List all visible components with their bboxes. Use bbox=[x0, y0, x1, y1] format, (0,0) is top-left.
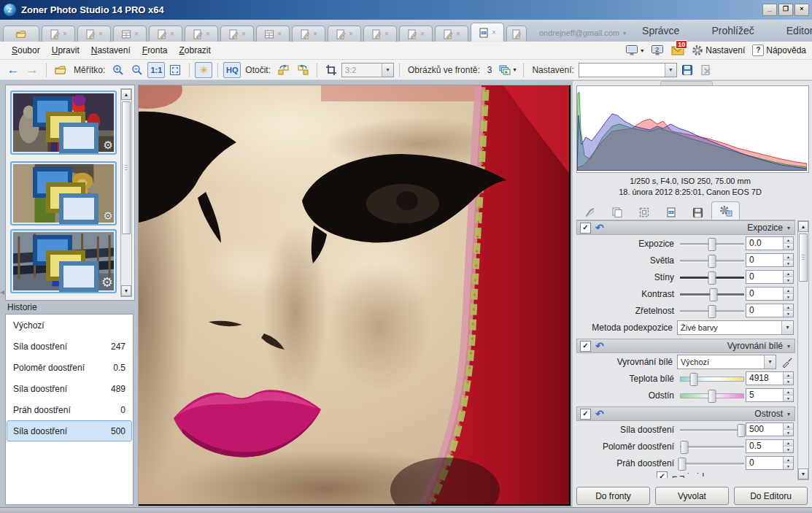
spin-up-icon[interactable]: ▲ bbox=[784, 372, 793, 379]
document-tab[interactable]: × bbox=[256, 26, 290, 42]
slider-thumb[interactable] bbox=[689, 373, 697, 386]
gear-overlay-icon[interactable]: ⚙ bbox=[101, 274, 113, 290]
eyedropper-icon[interactable] bbox=[781, 356, 794, 368]
value-spinbox[interactable]: 0▲▼ bbox=[746, 304, 794, 317]
do-fronty-button[interactable]: Do fronty bbox=[576, 487, 650, 505]
filmstrip-scrollbar[interactable]: ▲ ▼ bbox=[120, 88, 132, 297]
menu-upravit[interactable]: Upravit bbox=[46, 43, 85, 58]
delete-preset-button[interactable] bbox=[697, 62, 715, 78]
spin-value[interactable]: 500 bbox=[746, 423, 783, 436]
spin-down-icon[interactable]: ▼ bbox=[784, 463, 793, 469]
slider-track[interactable] bbox=[678, 288, 746, 300]
tab-develop-settings-active[interactable] bbox=[711, 201, 740, 220]
document-tab[interactable]: × bbox=[77, 26, 111, 42]
value-spinbox[interactable]: 0▲▼ bbox=[746, 287, 794, 301]
spin-up-icon[interactable]: ▲ bbox=[784, 457, 793, 463]
slider-thumb[interactable] bbox=[738, 424, 746, 437]
close-tab-icon[interactable]: × bbox=[384, 31, 389, 38]
close-tab-icon[interactable]: × bbox=[456, 31, 460, 38]
close-tab-icon[interactable]: × bbox=[277, 31, 282, 38]
mode-editor[interactable]: Editor bbox=[770, 25, 812, 36]
slider-track[interactable] bbox=[678, 271, 746, 283]
spin-value[interactable]: 0 bbox=[746, 288, 783, 300]
spin-value[interactable]: 0.0 bbox=[746, 237, 783, 250]
image-canvas[interactable] bbox=[138, 85, 571, 506]
history-item[interactable]: Síla doostření489 bbox=[7, 378, 132, 399]
scroll-down-arrow[interactable]: ▼ bbox=[121, 285, 131, 296]
fit-to-window-button[interactable] bbox=[166, 62, 184, 78]
document-tab[interactable]: × bbox=[113, 26, 147, 42]
save-preset-button[interactable] bbox=[678, 62, 696, 78]
vyvolat-button[interactable]: Vyvolat bbox=[655, 487, 729, 505]
tab-save[interactable] bbox=[684, 205, 711, 220]
menu-fronta[interactable]: Fronta bbox=[136, 43, 174, 58]
account-menu[interactable]: ondrejneff@gmail.com ▾ bbox=[539, 28, 626, 37]
close-tab-icon[interactable]: × bbox=[63, 31, 67, 38]
spin-down-icon[interactable]: ▼ bbox=[784, 277, 793, 283]
chevron-down-icon[interactable]: ▾ bbox=[781, 321, 793, 334]
value-spinbox[interactable]: 5▲▼ bbox=[746, 388, 794, 402]
section-enabled-checkbox[interactable]: ✓ bbox=[580, 409, 591, 420]
slider-track[interactable] bbox=[678, 255, 746, 266]
scroll-up-arrow[interactable]: ▲ bbox=[798, 221, 808, 232]
crop-button[interactable] bbox=[322, 62, 340, 78]
zoom-in-button[interactable] bbox=[109, 62, 127, 78]
slider-thumb[interactable] bbox=[708, 305, 716, 318]
document-tab[interactable]: × bbox=[220, 26, 254, 42]
scrollbar-thumb[interactable] bbox=[799, 234, 808, 282]
slider-thumb[interactable] bbox=[708, 255, 716, 268]
value-spinbox[interactable]: 0▲▼ bbox=[746, 456, 794, 470]
slider-track[interactable] bbox=[678, 441, 746, 452]
document-tab[interactable]: × bbox=[363, 26, 397, 42]
history-item[interactable]: Práh doostření0 bbox=[7, 399, 132, 420]
slider-thumb[interactable] bbox=[709, 288, 717, 301]
scroll-up-arrow[interactable]: ▲ bbox=[121, 89, 131, 100]
white-balance-combo[interactable]: Výchozí ▾ bbox=[677, 355, 776, 369]
chevron-down-icon[interactable]: ▾ bbox=[665, 63, 676, 77]
spin-up-icon[interactable]: ▲ bbox=[784, 389, 793, 396]
back-button[interactable]: ← bbox=[4, 62, 22, 78]
spin-value[interactable]: 0.5 bbox=[746, 440, 783, 452]
tab-tone-curve[interactable] bbox=[576, 205, 603, 220]
queue-button[interactable]: ▾ bbox=[496, 62, 518, 78]
close-tab-icon[interactable]: × bbox=[492, 29, 496, 36]
document-tab[interactable]: × bbox=[328, 26, 361, 42]
spin-up-icon[interactable]: ▲ bbox=[784, 423, 793, 430]
spin-down-icon[interactable]: ▼ bbox=[784, 379, 793, 385]
section-enabled-checkbox[interactable]: ✓ bbox=[580, 223, 591, 234]
slider-thumb[interactable] bbox=[681, 441, 689, 454]
underexposure-method-combo[interactable]: Živé barvy ▾ bbox=[677, 320, 794, 335]
raw-document-tab-active[interactable]: × bbox=[471, 23, 504, 42]
spin-down-icon[interactable]: ▼ bbox=[784, 261, 793, 266]
spin-value[interactable]: 0 bbox=[746, 304, 783, 317]
value-spinbox[interactable]: 0.0▲▼ bbox=[746, 236, 794, 250]
menu-zobrazit[interactable]: Zobrazit bbox=[173, 43, 216, 58]
history-item[interactable]: Poloměr doostření0.5 bbox=[7, 357, 132, 378]
highlight-warning-button[interactable]: ✳ bbox=[195, 62, 212, 78]
value-spinbox[interactable]: 0▲▼ bbox=[746, 253, 794, 267]
spin-up-icon[interactable]: ▲ bbox=[784, 237, 793, 244]
rotate-left-button[interactable] bbox=[275, 62, 293, 78]
close-tab-icon[interactable]: × bbox=[420, 31, 425, 38]
spin-down-icon[interactable]: ▼ bbox=[784, 244, 793, 250]
tab-raw[interactable] bbox=[657, 205, 684, 220]
section-enabled-checkbox[interactable]: ✓ bbox=[580, 341, 591, 352]
display-profile-button[interactable]: ▾ bbox=[625, 45, 643, 56]
browser-tab[interactable] bbox=[3, 26, 39, 42]
gear-overlay-icon[interactable]: ⚙ bbox=[104, 139, 113, 152]
zoom-out-button[interactable] bbox=[128, 62, 146, 78]
document-tab[interactable]: × bbox=[42, 26, 75, 42]
slider-thumb[interactable] bbox=[708, 390, 716, 403]
slider-thumb[interactable] bbox=[678, 458, 686, 471]
value-spinbox[interactable]: 500▲▼ bbox=[746, 423, 794, 436]
hq-preview-button[interactable]: HQ bbox=[223, 62, 241, 78]
menu-soubor[interactable]: Soubor bbox=[6, 43, 46, 58]
undo-icon[interactable]: ↶ bbox=[595, 342, 604, 350]
collapse-left-panel-arrow[interactable]: ◀ bbox=[0, 286, 6, 299]
gear-overlay-icon[interactable]: ⚙ bbox=[104, 209, 113, 223]
slider-track[interactable] bbox=[678, 238, 746, 250]
slider-track[interactable] bbox=[678, 305, 746, 317]
undo-icon[interactable]: ↶ bbox=[595, 409, 604, 418]
thumbnail-red-wig-mask[interactable]: ⚙ bbox=[10, 90, 117, 155]
messages-button[interactable]: 10 bbox=[671, 45, 684, 55]
